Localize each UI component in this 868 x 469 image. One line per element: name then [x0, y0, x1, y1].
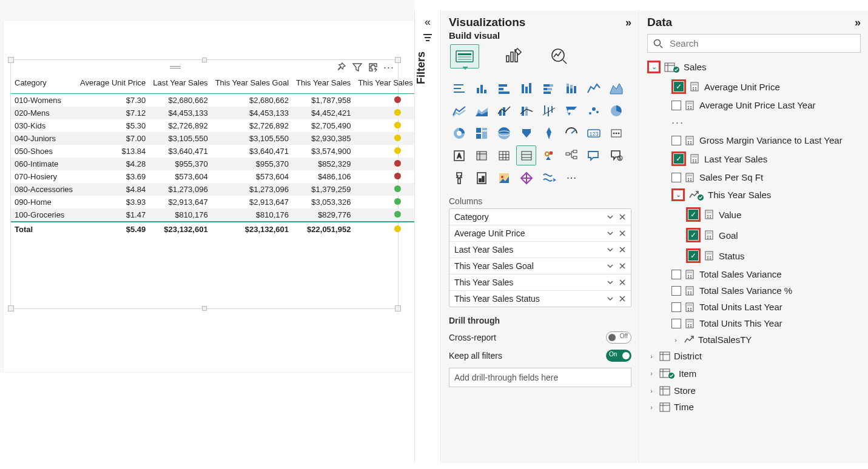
viz-type-button[interactable]	[584, 145, 604, 165]
expand-icon[interactable]: «	[415, 16, 440, 28]
viz-type-button[interactable]	[516, 101, 536, 121]
field-well-item[interactable]: This Year Sales	[449, 274, 631, 290]
viz-type-button[interactable]	[606, 78, 626, 98]
viz-type-button[interactable]	[494, 123, 514, 143]
drill-through-dropzone[interactable]: Add drill-through fields here	[449, 368, 631, 387]
column-header[interactable]: This Year Sales Goal	[212, 75, 292, 94]
field-checkbox[interactable]: ✓	[674, 82, 684, 91]
field-checkbox[interactable]	[671, 286, 681, 296]
tree-row[interactable]: Sales Per Sq Ft	[647, 169, 861, 185]
viz-type-button[interactable]	[471, 101, 491, 121]
chevron-right-icon[interactable]: ›	[647, 387, 656, 394]
viz-type-button[interactable]	[494, 168, 514, 188]
resize-handle[interactable]	[202, 306, 207, 311]
viz-type-button[interactable]	[539, 123, 559, 143]
resize-handle[interactable]	[8, 305, 14, 311]
filter-icon[interactable]	[352, 62, 363, 73]
search-box[interactable]	[647, 34, 861, 53]
chevron-down-icon[interactable]	[607, 213, 614, 221]
collapse-icon[interactable]: »	[855, 16, 861, 29]
viz-type-button[interactable]	[449, 168, 469, 188]
table-row[interactable]: 010-Womens$7.30$2,680,662$2,680,662$1,78…	[11, 94, 441, 107]
tree-row[interactable]: Total Units This Year	[647, 315, 861, 331]
field-checkbox[interactable]	[671, 136, 681, 145]
field-well-item[interactable]: This Year Sales Status	[449, 290, 631, 307]
viz-type-button[interactable]	[561, 78, 581, 98]
table-row[interactable]: 050-Shoes$13.84$3,640,471$3,640,471$3,57…	[11, 145, 441, 158]
tree-row[interactable]: ···	[647, 113, 861, 132]
tree-row[interactable]: ⌄Sales	[647, 58, 861, 76]
field-checkbox[interactable]: ✓	[674, 154, 684, 164]
column-header[interactable]: Average Unit Price	[76, 75, 149, 94]
field-checkbox[interactable]: ✓	[688, 210, 698, 219]
viz-type-button[interactable]	[449, 101, 469, 121]
chevron-down-icon[interactable]: ⌄	[650, 63, 658, 71]
tree-row[interactable]: Total Sales Variance %	[647, 282, 861, 299]
chevron-right-icon[interactable]: ›	[647, 370, 656, 377]
field-checkbox[interactable]	[671, 319, 681, 328]
viz-type-button[interactable]	[516, 168, 536, 188]
viz-type-button[interactable]	[561, 101, 581, 121]
field-checkbox[interactable]	[671, 101, 681, 110]
viz-type-button[interactable]	[561, 123, 581, 143]
tree-row[interactable]: ›Time	[647, 399, 861, 415]
remove-icon[interactable]	[619, 246, 626, 253]
chevron-right-icon[interactable]: ›	[647, 353, 656, 360]
viz-type-button[interactable]	[516, 123, 536, 143]
tree-row[interactable]: ✓Average Unit Price	[647, 76, 861, 97]
chevron-down-icon[interactable]	[607, 295, 614, 302]
tree-row[interactable]: Total Units Last Year	[647, 299, 861, 315]
tree-row[interactable]: Average Unit Price Last Year	[647, 97, 861, 113]
column-header[interactable]: Category	[11, 75, 76, 94]
field-checkbox[interactable]	[671, 302, 681, 312]
viz-type-button[interactable]: ···	[561, 168, 581, 188]
resize-handle[interactable]	[8, 57, 14, 63]
field-well-item[interactable]: This Year Sales Goal	[449, 258, 631, 274]
viz-type-button[interactable]	[606, 123, 626, 143]
build-visual-tab[interactable]	[450, 44, 479, 68]
field-checkbox[interactable]: ✓	[688, 251, 698, 261]
analytics-tab[interactable]	[547, 44, 571, 68]
viz-type-button[interactable]	[471, 78, 491, 98]
tree-row[interactable]: ✓Goal	[647, 225, 861, 245]
chevron-right-icon[interactable]: ›	[647, 404, 656, 411]
tree-row[interactable]: ✓Last Year Sales	[647, 148, 861, 169]
tree-row[interactable]: Total Sales Variance	[647, 266, 861, 282]
pin-icon[interactable]	[336, 62, 347, 73]
tree-row[interactable]: ✓Value	[647, 204, 861, 225]
column-header[interactable]: This Year Sales	[292, 75, 354, 94]
field-checkbox[interactable]	[671, 270, 681, 279]
chevron-down-icon[interactable]	[607, 246, 614, 253]
focus-mode-icon[interactable]	[368, 62, 378, 73]
more-options-icon[interactable]: ···	[383, 64, 394, 70]
resize-handle[interactable]	[202, 58, 207, 62]
viz-type-button[interactable]	[516, 145, 536, 165]
search-input[interactable]	[668, 38, 855, 49]
viz-type-button[interactable]	[494, 145, 514, 165]
table-row[interactable]: 080-Accessories$4.84$1,273,096$1,273,096…	[11, 183, 441, 196]
viz-type-button[interactable]	[584, 78, 604, 98]
field-well-item[interactable]: Average Unit Price	[449, 225, 631, 241]
viz-type-button[interactable]	[516, 78, 536, 98]
viz-type-button[interactable]	[449, 123, 469, 143]
field-checkbox[interactable]	[671, 173, 681, 182]
columns-field-well[interactable]: CategoryAverage Unit PriceLast Year Sale…	[449, 208, 631, 307]
viz-type-button[interactable]	[539, 145, 559, 165]
drag-grip-icon[interactable]	[169, 61, 181, 73]
viz-type-button[interactable]	[494, 78, 514, 98]
table-row[interactable]: 070-Hosiery$3.69$573,604$573,604$486,106	[11, 170, 441, 183]
remove-icon[interactable]	[619, 262, 626, 270]
more-icon[interactable]: ···	[671, 116, 684, 129]
viz-type-button[interactable]	[584, 101, 604, 121]
viz-type-button[interactable]	[471, 123, 491, 143]
viz-type-button[interactable]: 123	[584, 123, 604, 143]
viz-type-button[interactable]	[606, 101, 626, 121]
column-header[interactable]: Last Year Sales	[149, 75, 211, 94]
table-row[interactable]: 090-Home$3.93$2,913,647$2,913,647$3,053,…	[11, 196, 441, 208]
tree-row[interactable]: ✓Status	[647, 245, 861, 266]
field-checkbox[interactable]: ✓	[688, 230, 698, 240]
tree-row[interactable]: ›Item	[647, 364, 861, 382]
collapse-icon[interactable]: »	[625, 16, 631, 29]
table-row[interactable]: 060-Intimate$4.28$955,370$955,370$852,32…	[11, 158, 441, 170]
cross-report-toggle[interactable]: Off	[606, 331, 631, 344]
